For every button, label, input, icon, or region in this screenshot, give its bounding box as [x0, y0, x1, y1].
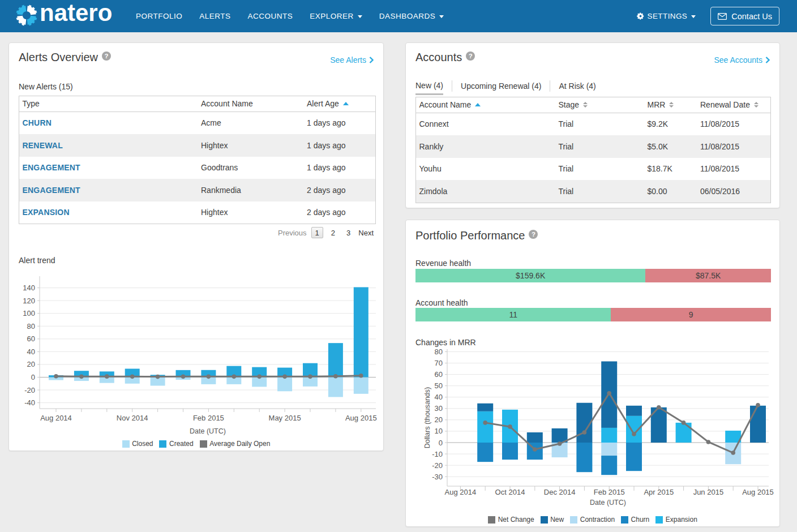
help-icon[interactable]: ? — [466, 52, 475, 61]
bar-closed — [125, 377, 140, 384]
svg-text:Jun 2015: Jun 2015 — [693, 488, 724, 496]
cell-age: 1 days ago — [303, 118, 375, 127]
svg-text:20: 20 — [435, 415, 443, 424]
nav-item-dashboards[interactable]: DASHBOARDS — [379, 12, 444, 20]
sort-icon — [583, 102, 588, 108]
changes-in-mrr-label: Changes in MRR — [415, 338, 476, 347]
column-header-label: MRR — [648, 100, 666, 109]
legend-label: Average Daily Open — [209, 440, 270, 448]
see-accounts-link[interactable]: See Accounts — [714, 55, 770, 65]
account-health-label: Account health — [415, 298, 468, 307]
help-icon[interactable]: ? — [102, 52, 111, 61]
health-segment-value: $87.5K — [696, 271, 721, 280]
cell-account: Rankly — [416, 142, 555, 151]
chevron-down-icon — [358, 15, 362, 18]
alert-type-link[interactable]: ENGAGEMENT — [23, 186, 80, 195]
svg-text:-30: -30 — [432, 473, 443, 481]
bar-expansion — [626, 416, 642, 443]
tab-at-risk[interactable]: At Risk (4) — [559, 81, 595, 94]
alert-type-link[interactable]: EXPANSION — [23, 208, 70, 217]
account-health-bar: 119 — [415, 308, 771, 321]
tab-upcoming-renewal[interactable]: Upcoming Renewal (4) — [461, 81, 541, 94]
point-net-change — [632, 432, 636, 436]
svg-text:140: 140 — [23, 284, 35, 292]
pagination-page-2[interactable]: 2 — [328, 228, 338, 238]
portfolio-performance-card: Portfolio Performance ? Revenue health $… — [405, 220, 780, 527]
legend-swatch — [159, 440, 166, 448]
legend-item: Created — [159, 440, 193, 448]
nav-item-alerts[interactable]: ALERTS — [199, 12, 230, 20]
legend-item: New — [541, 516, 564, 524]
table-header-row: Account NameStageMRRRenewal Date — [416, 97, 771, 113]
alert-type-link[interactable]: RENEWAL — [23, 141, 63, 150]
pagination-page-1[interactable]: 1 — [311, 227, 323, 238]
bar-closed — [100, 377, 114, 383]
nav-item-accounts[interactable]: ACCOUNTS — [248, 12, 293, 20]
cell-value: Hightex — [201, 208, 228, 217]
tab-separator — [550, 80, 550, 92]
column-header-alert-age[interactable]: Alert Age — [303, 99, 375, 108]
alert-type-link[interactable]: ENGAGEMENT — [23, 163, 80, 172]
legend-item: Contraction — [570, 516, 615, 524]
svg-text:Date (UTC): Date (UTC) — [590, 499, 626, 507]
bar-expansion — [502, 410, 518, 443]
point-average-daily-open — [105, 374, 109, 379]
pagination-previous[interactable]: Previous — [278, 229, 307, 237]
cell-account: Acme — [198, 118, 303, 127]
sort-icon — [754, 102, 759, 108]
svg-text:Feb 2015: Feb 2015 — [193, 414, 224, 422]
bar-created — [226, 366, 241, 377]
cell-stage: Trial — [555, 164, 644, 173]
sort-icon — [669, 102, 674, 108]
tab-new[interactable]: New (4) — [415, 81, 443, 95]
bar-new — [477, 404, 493, 411]
table-row: ENGAGEMENTRankmedia2 days ago — [19, 179, 376, 201]
svg-text:0: 0 — [31, 373, 35, 381]
legend-item: Average Daily Open — [200, 440, 271, 448]
table-row: ConnextTrial$9.2K11/08/2015 — [416, 113, 771, 136]
contact-us-label: Contact Us — [731, 12, 772, 21]
column-header-mrr[interactable]: MRR — [644, 100, 697, 109]
cell-value: 11/08/2015 — [700, 142, 739, 151]
svg-text:40: 40 — [435, 393, 443, 401]
cell-age: 2 days ago — [303, 208, 375, 217]
legend-label: Contraction — [580, 516, 615, 524]
tab-separator — [452, 80, 452, 92]
nav-item-portfolio[interactable]: PORTFOLIO — [136, 12, 182, 20]
natero-logo-icon — [15, 4, 38, 27]
point-net-change — [582, 430, 587, 435]
svg-text:Aug 2014: Aug 2014 — [445, 488, 477, 496]
cell-value: Youhu — [419, 164, 442, 173]
settings-menu[interactable]: SETTINGS — [637, 12, 696, 20]
column-header-stage[interactable]: Stage — [555, 100, 644, 109]
column-header-renewal-date[interactable]: Renewal Date — [697, 100, 770, 109]
help-icon[interactable]: ? — [529, 230, 538, 239]
bar-churn — [601, 456, 617, 475]
table-row: CHURNAcme1 days ago — [19, 112, 376, 135]
point-net-change — [558, 441, 562, 446]
bar-churn — [477, 443, 493, 462]
pagination-page-3[interactable]: 3 — [343, 228, 354, 238]
alert-type-link[interactable]: CHURN — [23, 118, 52, 127]
nav-item-explorer[interactable]: EXPLORER — [310, 12, 362, 20]
bar-created — [201, 370, 216, 377]
bar-created — [151, 375, 165, 377]
cell-value: Rankmedia — [201, 186, 241, 195]
bar-closed — [151, 377, 165, 386]
health-segment: $159.6K — [415, 269, 645, 282]
contact-us-button[interactable]: Contact Us — [710, 7, 779, 25]
point-net-change — [706, 440, 711, 444]
legend-label: New — [550, 516, 564, 524]
column-header-type[interactable]: Type — [19, 99, 198, 108]
pagination-next[interactable]: Next — [358, 229, 374, 237]
point-net-change — [508, 424, 512, 429]
new-alerts-label: New Alerts (15) — [19, 82, 73, 91]
svg-text:Nov 2014: Nov 2014 — [117, 414, 148, 422]
svg-text:30: 30 — [435, 404, 443, 413]
svg-text:Aug 2015: Aug 2015 — [345, 414, 377, 422]
column-header-account-name[interactable]: Account Name — [416, 100, 555, 109]
brand[interactable]: natero — [15, 3, 112, 27]
see-alerts-link[interactable]: See Alerts — [330, 55, 374, 65]
column-header-account-name[interactable]: Account Name — [198, 99, 303, 108]
table-row: YouhuTrial$18.7K11/08/2015 — [416, 158, 771, 181]
